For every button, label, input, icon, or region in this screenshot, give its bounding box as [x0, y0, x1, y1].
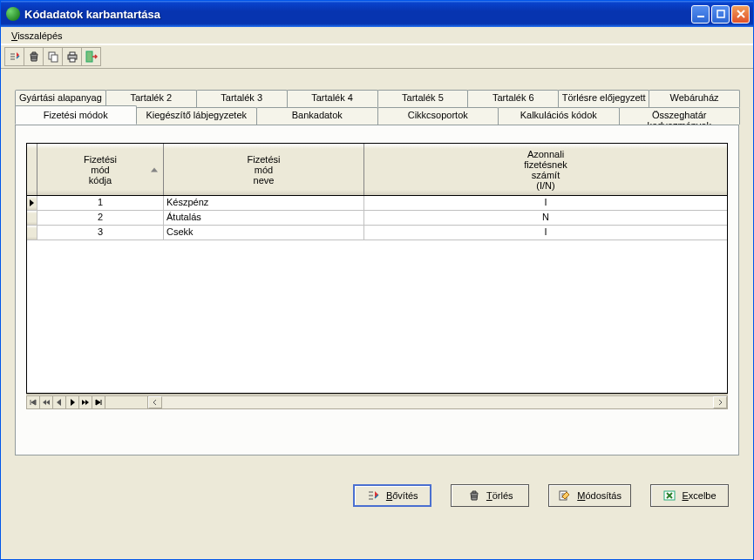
grid-navigator — [26, 394, 728, 409]
nav-prev-icon — [56, 398, 63, 407]
grid-header-instant[interactable]: Azonnali fizetésnek számít (I/N) — [364, 144, 727, 195]
tab-web-ruh-z[interactable]: Webáruház — [649, 90, 740, 107]
toolbar-delete-button[interactable] — [24, 47, 44, 66]
cell-code: 2 — [37, 211, 164, 225]
edit-icon — [558, 489, 572, 503]
tab-row-lower: Fizetési módokKiegészítő lábjegyzetekBan… — [15, 107, 739, 125]
grid-header-marker — [27, 144, 37, 195]
toolbar-exit-button[interactable] — [81, 47, 101, 66]
nav-prev-page-button[interactable] — [39, 395, 53, 409]
nav-next-page-button[interactable] — [78, 395, 92, 409]
cell-name: Csekk — [164, 226, 364, 240]
nav-last-icon — [94, 398, 103, 407]
grid-header-code-label: Fizetési mód kódja — [84, 154, 117, 186]
hscroll-right-button[interactable] — [713, 396, 727, 408]
nav-last-button[interactable] — [92, 395, 105, 409]
nav-first-button[interactable] — [26, 395, 40, 409]
menu-visszalepes[interactable]: Visszalépés — [6, 29, 68, 43]
cell-name: Átutalás — [164, 211, 364, 225]
svg-rect-0 — [697, 16, 704, 17]
maximize-icon — [717, 10, 725, 18]
tab-tartal-k-6[interactable]: Tartalék 6 — [467, 90, 559, 107]
cell-instant: N — [364, 211, 727, 225]
row-marker — [27, 226, 37, 240]
current-row-pointer-icon — [30, 199, 34, 206]
tab-tartal-k-3[interactable]: Tartalék 3 — [196, 90, 288, 107]
svg-rect-6 — [70, 58, 75, 62]
row-marker — [27, 211, 37, 225]
excel-icon — [662, 489, 676, 503]
cell-code: 1 — [37, 196, 164, 210]
nav-spacer — [105, 395, 148, 409]
tab-panel: Fizetési mód kódja Fizetési mód neve Azo… — [15, 125, 739, 455]
svg-rect-3 — [51, 55, 58, 62]
exit-icon — [85, 50, 98, 64]
grid-body: 1KészpénzI2ÁtutalásN3CsekkI — [27, 196, 727, 393]
toolbar-print-button[interactable] — [62, 47, 82, 66]
cell-name: Készpénz — [164, 196, 364, 210]
grid-header-code[interactable]: Fizetési mód kódja — [37, 144, 164, 195]
chevron-left-icon — [152, 399, 159, 406]
table-row[interactable]: 1KészpénzI — [27, 196, 727, 211]
nav-prev-page-icon — [42, 398, 51, 407]
nav-next-page-icon — [81, 398, 90, 407]
nav-first-icon — [29, 398, 37, 407]
tab-container: Gyártási alapanyagTartalék 2Tartalék 3Ta… — [15, 90, 739, 455]
svg-rect-5 — [70, 52, 75, 55]
tab-tartal-k-5[interactable]: Tartalék 5 — [377, 90, 469, 107]
modositas-button[interactable]: Módosítás — [548, 484, 631, 507]
toolbar-copy-button[interactable] — [43, 47, 63, 66]
window-title: Kódadatok karbantartása — [24, 8, 691, 21]
add-icon — [367, 489, 381, 503]
cell-code: 3 — [37, 226, 164, 240]
row-marker — [27, 196, 37, 210]
modositas-label: Módosítás — [577, 490, 622, 501]
close-button[interactable] — [731, 5, 750, 24]
excelbe-label: Excelbe — [682, 490, 716, 501]
menubar: Visszalépés — [1, 27, 753, 44]
tab-tartal-k-2[interactable]: Tartalék 2 — [105, 90, 197, 107]
toolbar — [1, 44, 753, 69]
toolbar-add-button[interactable] — [4, 47, 24, 66]
titlebar: Kódadatok karbantartása — [1, 1, 753, 27]
app-window: Kódadatok karbantartása Visszalépés — [0, 0, 754, 560]
print-icon — [65, 50, 79, 64]
minimize-button[interactable] — [691, 5, 710, 24]
tab-kalkul-ci-s-k-dok[interactable]: Kalkulációs kódok — [498, 107, 620, 125]
svg-rect-7 — [86, 51, 92, 62]
tab-cikkcsoportok[interactable]: Cikkcsoportok — [377, 107, 499, 125]
bovites-label: Bővítés — [386, 490, 418, 501]
app-icon — [6, 7, 20, 21]
tab-gy-rt-si-alapanyag[interactable]: Gyártási alapanyag — [15, 90, 106, 107]
bovites-button[interactable]: Bővítés — [353, 484, 431, 507]
close-icon — [737, 10, 745, 18]
chevron-right-icon — [717, 399, 723, 406]
tab-fizet-si-m-dok[interactable]: Fizetési módok — [15, 105, 137, 125]
grid-header: Fizetési mód kódja Fizetési mód neve Azo… — [27, 144, 727, 196]
grid-header-instant-label: Azonnali fizetésnek számít (I/N) — [524, 149, 567, 191]
table-row[interactable]: 2ÁtutalásN — [27, 211, 727, 226]
tab-tartal-k-4[interactable]: Tartalék 4 — [287, 90, 378, 107]
action-button-row: Bővítés Törlés Módosítás Excelbe — [353, 484, 729, 507]
nav-prev-button[interactable] — [52, 395, 66, 409]
excelbe-button[interactable]: Excelbe — [650, 484, 729, 507]
tab-bankadatok[interactable]: Bankadatok — [256, 107, 378, 125]
content-area: Gyártási alapanyagTartalék 2Tartalék 3Ta… — [1, 69, 753, 559]
grid-header-name-label: Fizetési mód neve — [248, 154, 281, 186]
svg-rect-1 — [717, 10, 724, 17]
grid-header-name[interactable]: Fizetési mód neve — [164, 144, 364, 195]
minimize-icon — [696, 10, 705, 18]
trash-icon — [27, 50, 41, 64]
tab--sszeghat-r-kedvezm-nyek[interactable]: Összeghatár kedvezmények — [619, 107, 741, 125]
tab-t-rl-sre-el-jegyzett[interactable]: Törlésre előjegyzett — [558, 90, 649, 107]
tab-row-upper: Gyártási alapanyagTartalék 2Tartalék 3Ta… — [15, 90, 739, 107]
torles-button[interactable]: Törlés — [451, 484, 529, 507]
data-grid[interactable]: Fizetési mód kódja Fizetési mód neve Azo… — [26, 143, 728, 394]
tab-kieg-sz-t-l-bjegyzetek[interactable]: Kiegészítő lábjegyzetek — [136, 107, 258, 125]
hscroll-left-button[interactable] — [148, 396, 162, 408]
nav-next-button[interactable] — [65, 395, 79, 409]
cell-instant: I — [364, 226, 727, 240]
maximize-button[interactable] — [711, 5, 730, 24]
hscroll-track[interactable] — [147, 395, 728, 409]
table-row[interactable]: 3CsekkI — [27, 226, 727, 240]
